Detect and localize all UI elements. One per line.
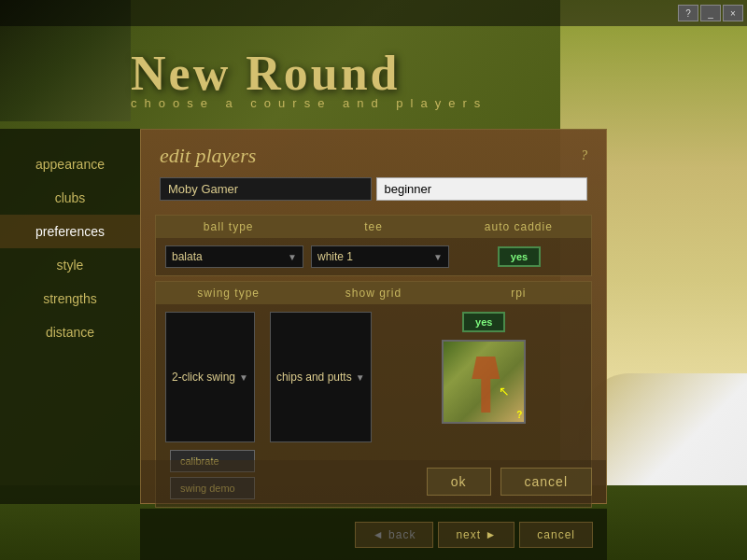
back-button[interactable]: ◄ back [355,522,434,548]
player-skill-input[interactable] [376,177,588,201]
show-grid-dropdown[interactable]: chips and putts ▼ [270,312,372,442]
swing-preview: ↖ ? [442,340,526,424]
sidebar-item-style[interactable]: style [0,248,140,282]
sidebar-item-strengths[interactable]: strengths [0,282,140,315]
preview-help-icon: ? [516,410,522,420]
rpi-label: rpi [446,287,591,300]
player-name-row [141,173,606,210]
ok-button[interactable]: ok [427,468,491,496]
ball-tee-section: ball type tee auto caddie balata ▼ white… [155,215,592,276]
tee-dropdown[interactable]: white 1 ▼ [311,245,449,268]
sidebar-item-appearance[interactable]: appearance [0,147,140,181]
preview-cursor-icon: ↖ [499,384,510,399]
right-column [607,129,747,504]
minimize-button[interactable]: _ [700,5,721,21]
dialog-header: edit players ? [141,130,606,173]
sidebar-item-distance[interactable]: distance [0,315,140,349]
help-button[interactable]: ? [678,5,698,21]
tee-label: tee [301,220,445,233]
show-grid-value: chips and putts [276,371,352,384]
tee-arrow: ▼ [433,252,443,262]
player-name-input[interactable] [160,177,372,201]
swing-type-arrow: ▼ [239,372,248,383]
bottom-cancel-button[interactable]: cancel [519,522,593,548]
sidebar: appearance clubs preferences style stren… [0,129,140,504]
bottom-nav: ◄ back next ► cancel [140,509,607,560]
show-grid-arrow: ▼ [356,372,365,383]
ball-type-dropdown[interactable]: balata ▼ [165,245,303,268]
swing-type-value: 2-click swing [172,371,235,384]
close-button[interactable]: × [723,5,743,21]
cancel-button[interactable]: cancel [500,468,592,496]
edit-players-dialog: edit players ? ball type tee auto caddie… [140,129,607,504]
sidebar-item-clubs[interactable]: clubs [0,181,140,215]
top-bar: ? _ × [0,0,747,26]
swing-type-label: swing type [156,287,301,300]
swing-type-dropdown[interactable]: 2-click swing ▼ [165,312,255,442]
dialog-footer: ok cancel [141,460,606,503]
page-subtitle: choose a course and players [131,96,487,110]
section1-header: ball type tee auto caddie [156,216,591,238]
ball-type-label: ball type [156,220,301,233]
show-grid-label: show grid [301,287,445,300]
rpi-button[interactable]: yes [462,312,505,332]
header: New Round choose a course and players [0,26,747,129]
auto-caddie-label: auto caddie [446,220,591,233]
auto-caddie-button[interactable]: yes [498,246,541,267]
ball-type-value: balata [172,250,203,263]
page-title: New Round [131,46,401,101]
section2-header: swing type show grid rpi [156,282,591,304]
section1-controls: balata ▼ white 1 ▼ yes [156,238,591,275]
tee-value: white 1 [317,250,353,263]
dialog-title: edit players [160,144,256,168]
next-button[interactable]: next ► [438,522,514,548]
dialog-help-icon[interactable]: ? [581,148,587,163]
ball-type-arrow: ▼ [288,252,297,262]
sidebar-item-preferences[interactable]: preferences [0,215,140,248]
